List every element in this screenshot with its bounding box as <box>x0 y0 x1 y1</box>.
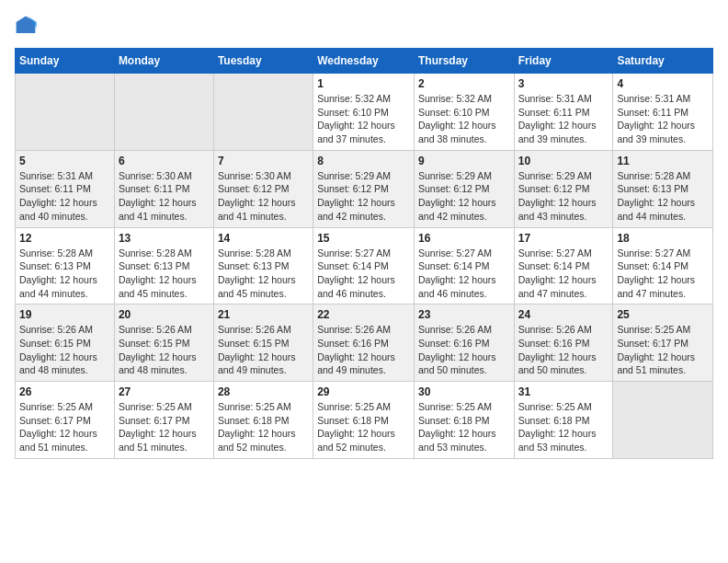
day-of-week-header: Wednesday <box>313 49 415 74</box>
calendar-cell: 4Sunrise: 5:31 AM Sunset: 6:11 PM Daylig… <box>613 74 713 151</box>
day-of-week-header: Saturday <box>613 49 713 74</box>
day-of-week-header: Tuesday <box>213 49 313 74</box>
day-number: 21 <box>218 308 309 321</box>
calendar-header-row: SundayMondayTuesdayWednesdayThursdayFrid… <box>16 49 713 74</box>
day-info: Sunrise: 5:27 AM Sunset: 6:14 PM Dayligh… <box>518 247 609 301</box>
calendar-cell: 14Sunrise: 5:28 AM Sunset: 6:13 PM Dayli… <box>213 227 313 304</box>
calendar-cell <box>16 74 115 151</box>
day-number: 19 <box>19 308 110 321</box>
calendar-cell <box>114 74 213 151</box>
day-number: 14 <box>218 232 309 245</box>
day-info: Sunrise: 5:26 AM Sunset: 6:16 PM Dayligh… <box>317 323 410 377</box>
day-info: Sunrise: 5:25 AM Sunset: 6:18 PM Dayligh… <box>418 400 510 454</box>
day-info: Sunrise: 5:28 AM Sunset: 6:13 PM Dayligh… <box>617 169 709 224</box>
day-number: 4 <box>617 77 709 90</box>
day-number: 15 <box>317 232 410 245</box>
calendar-cell: 23Sunrise: 5:26 AM Sunset: 6:16 PM Dayli… <box>414 304 514 382</box>
calendar-cell: 9Sunrise: 5:29 AM Sunset: 6:12 PM Daylig… <box>414 150 514 227</box>
day-number: 26 <box>19 385 110 398</box>
day-number: 7 <box>218 155 309 167</box>
day-of-week-header: Sunday <box>16 49 115 74</box>
day-info: Sunrise: 5:26 AM Sunset: 6:16 PM Dayligh… <box>418 323 510 377</box>
calendar-cell: 7Sunrise: 5:30 AM Sunset: 6:12 PM Daylig… <box>213 150 313 227</box>
calendar-cell: 1Sunrise: 5:32 AM Sunset: 6:10 PM Daylig… <box>313 74 415 151</box>
calendar-week-row: 19Sunrise: 5:26 AM Sunset: 6:15 PM Dayli… <box>16 304 713 382</box>
calendar-cell: 27Sunrise: 5:25 AM Sunset: 6:17 PM Dayli… <box>114 382 213 459</box>
calendar-week-row: 12Sunrise: 5:28 AM Sunset: 6:13 PM Dayli… <box>16 227 713 304</box>
day-info: Sunrise: 5:29 AM Sunset: 6:12 PM Dayligh… <box>317 169 410 224</box>
calendar-cell: 26Sunrise: 5:25 AM Sunset: 6:17 PM Dayli… <box>16 382 115 459</box>
day-number: 12 <box>19 232 110 245</box>
calendar-cell: 17Sunrise: 5:27 AM Sunset: 6:14 PM Dayli… <box>514 227 613 304</box>
day-info: Sunrise: 5:31 AM Sunset: 6:11 PM Dayligh… <box>518 92 609 146</box>
calendar-cell: 20Sunrise: 5:26 AM Sunset: 6:15 PM Dayli… <box>114 304 213 382</box>
calendar-cell: 13Sunrise: 5:28 AM Sunset: 6:13 PM Dayli… <box>114 227 213 304</box>
day-info: Sunrise: 5:27 AM Sunset: 6:14 PM Dayligh… <box>317 247 410 301</box>
calendar-cell: 16Sunrise: 5:27 AM Sunset: 6:14 PM Dayli… <box>414 227 514 304</box>
day-info: Sunrise: 5:28 AM Sunset: 6:13 PM Dayligh… <box>19 247 110 301</box>
day-info: Sunrise: 5:28 AM Sunset: 6:13 PM Dayligh… <box>218 247 309 301</box>
calendar-cell: 21Sunrise: 5:26 AM Sunset: 6:15 PM Dayli… <box>213 304 313 382</box>
day-number: 3 <box>518 77 609 90</box>
calendar-week-row: 26Sunrise: 5:25 AM Sunset: 6:17 PM Dayli… <box>16 382 713 459</box>
day-of-week-header: Friday <box>514 49 613 74</box>
calendar-cell: 11Sunrise: 5:28 AM Sunset: 6:13 PM Dayli… <box>613 150 713 227</box>
day-number: 8 <box>317 155 410 167</box>
logo <box>15 15 40 37</box>
day-number: 23 <box>418 308 510 321</box>
calendar-cell: 3Sunrise: 5:31 AM Sunset: 6:11 PM Daylig… <box>514 74 613 151</box>
day-number: 10 <box>518 155 609 167</box>
day-info: Sunrise: 5:25 AM Sunset: 6:18 PM Dayligh… <box>518 400 609 454</box>
day-number: 5 <box>19 155 110 167</box>
day-info: Sunrise: 5:25 AM Sunset: 6:17 PM Dayligh… <box>617 323 709 377</box>
day-number: 11 <box>617 155 709 167</box>
calendar-cell: 31Sunrise: 5:25 AM Sunset: 6:18 PM Dayli… <box>514 382 613 459</box>
calendar-cell: 30Sunrise: 5:25 AM Sunset: 6:18 PM Dayli… <box>414 382 514 459</box>
calendar-cell: 19Sunrise: 5:26 AM Sunset: 6:15 PM Dayli… <box>16 304 115 382</box>
calendar-cell <box>613 382 713 459</box>
calendar-cell: 2Sunrise: 5:32 AM Sunset: 6:10 PM Daylig… <box>414 74 514 151</box>
day-info: Sunrise: 5:30 AM Sunset: 6:12 PM Dayligh… <box>218 169 309 224</box>
day-info: Sunrise: 5:25 AM Sunset: 6:18 PM Dayligh… <box>218 400 309 454</box>
day-number: 28 <box>218 385 309 398</box>
day-info: Sunrise: 5:30 AM Sunset: 6:11 PM Dayligh… <box>119 169 210 224</box>
day-info: Sunrise: 5:27 AM Sunset: 6:14 PM Dayligh… <box>418 247 510 301</box>
day-number: 20 <box>119 308 210 321</box>
calendar-cell: 29Sunrise: 5:25 AM Sunset: 6:18 PM Dayli… <box>313 382 415 459</box>
day-info: Sunrise: 5:29 AM Sunset: 6:12 PM Dayligh… <box>418 169 510 224</box>
calendar-table: SundayMondayTuesdayWednesdayThursdayFrid… <box>15 48 713 459</box>
day-number: 29 <box>317 385 410 398</box>
calendar-cell: 8Sunrise: 5:29 AM Sunset: 6:12 PM Daylig… <box>313 150 415 227</box>
day-info: Sunrise: 5:26 AM Sunset: 6:15 PM Dayligh… <box>19 323 110 377</box>
day-number: 16 <box>418 232 510 245</box>
day-info: Sunrise: 5:27 AM Sunset: 6:14 PM Dayligh… <box>617 247 709 301</box>
calendar-cell: 6Sunrise: 5:30 AM Sunset: 6:11 PM Daylig… <box>114 150 213 227</box>
day-info: Sunrise: 5:31 AM Sunset: 6:11 PM Dayligh… <box>19 169 110 224</box>
day-number: 25 <box>617 308 709 321</box>
calendar-cell: 5Sunrise: 5:31 AM Sunset: 6:11 PM Daylig… <box>16 150 115 227</box>
day-number: 30 <box>418 385 510 398</box>
day-info: Sunrise: 5:32 AM Sunset: 6:10 PM Dayligh… <box>317 92 410 146</box>
day-info: Sunrise: 5:26 AM Sunset: 6:16 PM Dayligh… <box>518 323 609 377</box>
calendar-cell: 24Sunrise: 5:26 AM Sunset: 6:16 PM Dayli… <box>514 304 613 382</box>
generalblue-icon <box>15 15 37 37</box>
calendar-cell: 12Sunrise: 5:28 AM Sunset: 6:13 PM Dayli… <box>16 227 115 304</box>
svg-marker-0 <box>17 17 36 33</box>
calendar-cell: 10Sunrise: 5:29 AM Sunset: 6:12 PM Dayli… <box>514 150 613 227</box>
calendar-cell: 15Sunrise: 5:27 AM Sunset: 6:14 PM Dayli… <box>313 227 415 304</box>
page-header <box>15 15 713 37</box>
day-number: 24 <box>518 308 609 321</box>
calendar-cell: 22Sunrise: 5:26 AM Sunset: 6:16 PM Dayli… <box>313 304 415 382</box>
day-number: 6 <box>119 155 210 167</box>
day-info: Sunrise: 5:26 AM Sunset: 6:15 PM Dayligh… <box>218 323 309 377</box>
day-number: 9 <box>418 155 510 167</box>
day-info: Sunrise: 5:31 AM Sunset: 6:11 PM Dayligh… <box>617 92 709 146</box>
day-info: Sunrise: 5:25 AM Sunset: 6:17 PM Dayligh… <box>19 400 110 454</box>
day-info: Sunrise: 5:25 AM Sunset: 6:17 PM Dayligh… <box>119 400 210 454</box>
day-number: 13 <box>119 232 210 245</box>
calendar-week-row: 5Sunrise: 5:31 AM Sunset: 6:11 PM Daylig… <box>16 150 713 227</box>
calendar-cell: 28Sunrise: 5:25 AM Sunset: 6:18 PM Dayli… <box>213 382 313 459</box>
calendar-cell <box>213 74 313 151</box>
day-number: 22 <box>317 308 410 321</box>
day-number: 27 <box>119 385 210 398</box>
